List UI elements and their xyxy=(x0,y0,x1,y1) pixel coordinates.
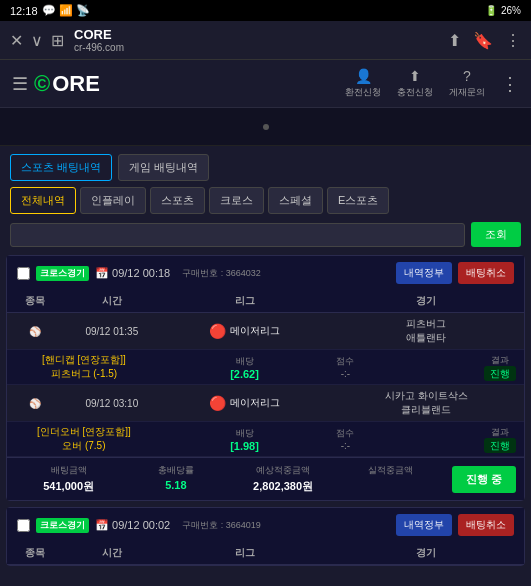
inquiry-label: 게재문의 xyxy=(449,86,485,99)
actual-label: 실적중금액 xyxy=(337,464,444,477)
bet-datetime-value-2: 09/12 00:02 xyxy=(112,519,170,531)
bet-card-1: 크로스경기 📅 09/12 00:18 구매번호 : 3664032 내역정부 … xyxy=(6,255,525,501)
browser-nav[interactable]: ✕ ∨ ⊞ xyxy=(10,31,64,50)
hamburger-icon[interactable]: ☰ xyxy=(12,73,28,95)
cancel-button-1[interactable]: 배팅취소 xyxy=(458,262,514,284)
back-button[interactable]: ✕ xyxy=(10,31,23,50)
header-icon-inquiry[interactable]: ? 게재문의 xyxy=(449,68,485,99)
result-1: 점수 -:- 결과 진행 xyxy=(328,350,524,385)
result-badge-1: 진행 xyxy=(484,366,516,381)
search-button[interactable]: 조회 xyxy=(471,222,521,247)
status-icons: 💬 📶 📡 xyxy=(42,4,90,17)
forward-button[interactable]: ∨ xyxy=(31,31,43,50)
sport-icon-1: ⚾ xyxy=(7,313,63,350)
sport-icon-2: ⚾ xyxy=(7,385,63,422)
result-label-1: 결과 xyxy=(484,354,516,367)
detail-button-2[interactable]: 내역정부 xyxy=(396,514,452,536)
bet-datetime-2: 📅 09/12 00:02 xyxy=(95,519,170,532)
bet-table-1: 종목 시간 리그 경기 ⚾ 09/12 01:35 🔴 메이저리그 xyxy=(7,290,524,457)
league-name-1: 메이저리그 xyxy=(230,324,280,338)
header-more-icon[interactable]: ⋮ xyxy=(501,73,519,95)
battery-icon: 🔋 xyxy=(485,5,497,16)
share-icon[interactable]: ⬆ xyxy=(448,31,461,50)
bet-card-2-checkbox[interactable] xyxy=(17,519,30,532)
summary-total-odds: 총배당률 5.18 xyxy=(122,464,229,494)
tab-all[interactable]: 전체내역 xyxy=(10,187,76,214)
odds-1: 배당 [2.62] xyxy=(161,350,329,385)
exchange-label: 환전신청 xyxy=(345,86,381,99)
score-label-2: 점수 xyxy=(336,427,354,440)
league-1: 🔴 메이저리그 xyxy=(161,313,329,350)
result-badge-2: 진행 xyxy=(484,438,516,453)
tab-row1: 스포츠 배팅내역 게임 배팅내역 xyxy=(10,154,521,181)
result-2: 점수 -:- 결과 진행 xyxy=(328,422,524,457)
bet-card-2-header: 크로스경기 📅 09/12 00:02 구매번호 : 3664019 내역정부 … xyxy=(7,508,524,542)
bet-order-1: 구매번호 : 3664032 xyxy=(182,267,261,280)
table-row-detail: [핸디캡 [연장포함]] 피츠버그 (-1.5) 배당 [2.62] 점수 -:… xyxy=(7,350,524,385)
game-team2-1: 애틀랜타 xyxy=(334,331,518,345)
calendar-icon-2: 📅 xyxy=(95,519,109,531)
total-odds-value: 5.18 xyxy=(122,479,229,491)
progress-button[interactable]: 진행 중 xyxy=(452,466,516,493)
status-right: 🔋 26% xyxy=(485,5,521,16)
inquiry-icon: ? xyxy=(463,68,471,84)
score-value-1: -:- xyxy=(336,368,354,379)
more-icon[interactable]: ⋮ xyxy=(505,31,521,50)
tab-esports[interactable]: E스포츠 xyxy=(327,187,389,214)
summary-right: 진행 중 xyxy=(444,464,516,494)
battery-level: 26% xyxy=(501,5,521,16)
pick-label-1: [핸디캡 [연장포함]] xyxy=(15,353,153,367)
header-icons: 👤 환전신청 ⬆ 충전신청 ? 게재문의 ⋮ xyxy=(345,68,519,99)
bet-card-2-actions: 내역정부 배팅취소 xyxy=(396,514,514,536)
odds-value-2: [1.98] xyxy=(169,440,321,452)
th-time-1: 시간 xyxy=(63,290,161,313)
header-icon-charge[interactable]: ⬆ 충전신청 xyxy=(397,68,433,99)
bet-card-1-checkbox[interactable] xyxy=(17,267,30,280)
odds-label-1: 배당 xyxy=(169,355,321,368)
table-row: ⚾ 09/12 03:10 🔴 메이저리그 시카고 화이트삭스 클리블랜드 xyxy=(7,385,524,422)
bookmark-icon[interactable]: 🔖 xyxy=(473,31,493,50)
th-game-1: 경기 xyxy=(328,290,524,313)
search-input[interactable] xyxy=(10,223,465,247)
score-value-2: -:- xyxy=(336,440,354,451)
status-bar: 12:18 💬 📶 📡 🔋 26% xyxy=(0,0,531,21)
detail-button-1[interactable]: 내역정부 xyxy=(396,262,452,284)
tab-sports[interactable]: 스포츠 xyxy=(150,187,205,214)
bet-table-2: 종목 시간 리그 경기 xyxy=(7,542,524,565)
th-league-1: 리그 xyxy=(161,290,329,313)
browser-url: cr-496.com xyxy=(74,42,438,53)
expected-value: 2,802,380원 xyxy=(229,479,336,494)
header-icon-exchange[interactable]: 👤 환전신청 xyxy=(345,68,381,99)
pick-detail-1: [핸디캡 [연장포함]] 피츠버그 (-1.5) xyxy=(7,350,161,385)
pick-team-2: 오버 (7.5) xyxy=(15,439,153,453)
banner-area xyxy=(0,108,531,146)
calendar-icon-1: 📅 xyxy=(95,267,109,279)
expected-label: 예상적중금액 xyxy=(229,464,336,477)
pick-detail-2: [인더오버 [연장포함]] 오버 (7.5) xyxy=(7,422,161,457)
game-teams-1: 피츠버그 애틀랜타 xyxy=(328,313,524,350)
tab-sports-betting[interactable]: 스포츠 배팅내역 xyxy=(10,154,112,181)
league-icon-2: 🔴 xyxy=(209,395,226,411)
app-header: ☰ © ORE 👤 환전신청 ⬆ 충전신청 ? 게재문의 ⋮ xyxy=(0,60,531,108)
tab-cross[interactable]: 크로스 xyxy=(209,187,264,214)
browser-title: CORE xyxy=(74,27,438,42)
browser-actions[interactable]: ⬆ 🔖 ⋮ xyxy=(448,31,521,50)
odds-2: 배당 [1.98] xyxy=(161,422,329,457)
bet-card-1-actions: 내역정부 배팅취소 xyxy=(396,262,514,284)
game-team1-1: 피츠버그 xyxy=(334,317,518,331)
tabs-button[interactable]: ⊞ xyxy=(51,31,64,50)
exchange-icon: 👤 xyxy=(355,68,372,84)
tab-row2: 전체내역 인플레이 스포츠 크로스 스페셜 E스포츠 xyxy=(10,187,521,214)
status-left: 12:18 💬 📶 📡 xyxy=(10,4,90,17)
tab-inplay[interactable]: 인플레이 xyxy=(80,187,146,214)
tab-game-betting[interactable]: 게임 배팅내역 xyxy=(118,154,209,181)
logo-text: ORE xyxy=(52,71,100,97)
bet-summary-1: 배팅금액 541,000원 총배당률 5.18 예상적중금액 2,802,380… xyxy=(7,457,524,500)
tab-special[interactable]: 스페셜 xyxy=(268,187,323,214)
cancel-button-2[interactable]: 배팅취소 xyxy=(458,514,514,536)
game-team2-2: 클리블랜드 xyxy=(334,403,518,417)
browser-url-area[interactable]: CORE cr-496.com xyxy=(74,27,438,53)
tab-section: 스포츠 배팅내역 게임 배팅내역 전체내역 인플레이 스포츠 크로스 스페셜 E… xyxy=(0,146,531,255)
th-game-2: 경기 xyxy=(328,542,524,565)
search-row: 조회 xyxy=(10,222,521,255)
